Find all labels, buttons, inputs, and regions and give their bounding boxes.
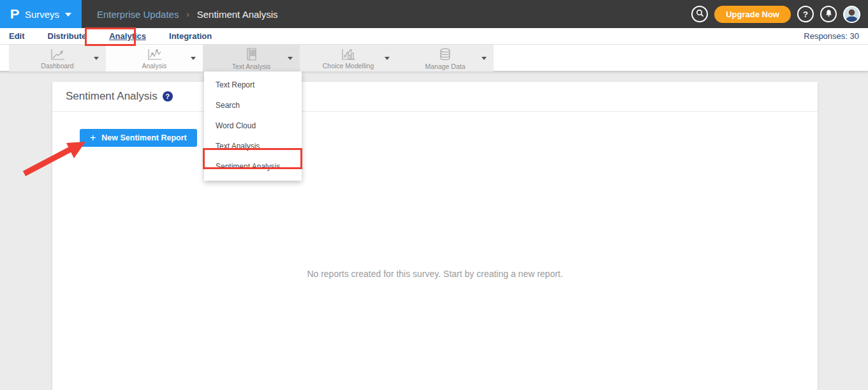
tab-label: Choice Modelling <box>323 62 374 70</box>
tab-choice-modelling[interactable]: Choice Modelling <box>300 45 397 71</box>
help-button[interactable]: ? <box>797 6 814 22</box>
sentiment-analysis-card: Sentiment Analysis ? + New Sentiment Rep… <box>52 82 818 390</box>
menu-item-text-report[interactable]: Text Report <box>204 75 302 95</box>
upgrade-now-button[interactable]: Upgrade Now <box>714 6 791 23</box>
chevron-down-icon <box>65 13 71 17</box>
help-icon[interactable]: ? <box>163 91 173 101</box>
chevron-down-icon <box>385 57 390 60</box>
questionpro-logo-icon: P <box>10 6 20 22</box>
bell-icon <box>825 9 833 19</box>
search-button[interactable] <box>691 6 708 22</box>
plus-icon: + <box>90 132 96 144</box>
top-header: P Surveys Enterprise Updates › Sentiment… <box>0 0 868 28</box>
chevron-down-icon <box>94 57 99 60</box>
survey-subnav: Edit Distribute Analytics Integration Re… <box>0 28 868 45</box>
trend-chart-icon <box>146 49 163 61</box>
analytics-toolbar: Dashboard Analysis Text Analysis Choice … <box>0 45 868 71</box>
search-icon <box>696 9 704 19</box>
menu-item-search[interactable]: Search <box>204 95 302 116</box>
responses-count: Responses: 30 <box>804 31 859 41</box>
subnav-item-edit[interactable]: Edit <box>9 31 25 41</box>
tab-dashboard[interactable]: Dashboard <box>9 45 106 71</box>
chevron-down-icon <box>191 57 196 60</box>
tab-manage-data[interactable]: Manage Data <box>397 45 494 71</box>
text-analysis-dropdown-menu: Text Report Search Word Cloud Text Analy… <box>204 71 302 181</box>
tab-text-analysis[interactable]: Text Analysis <box>203 45 300 71</box>
tab-analysis[interactable]: Analysis <box>106 45 203 71</box>
breadcrumb-page-title: Sentiment Analysis <box>197 9 278 20</box>
menu-item-sentiment-analysis[interactable]: Sentiment Analysis <box>204 156 302 177</box>
tab-label: Dashboard <box>41 62 73 70</box>
menu-item-word-cloud[interactable]: Word Cloud <box>204 116 302 136</box>
line-chart-icon <box>49 49 66 61</box>
surveys-app-switcher[interactable]: P Surveys <box>0 0 82 28</box>
empty-state-message: No reports created for this survey. Star… <box>52 269 818 279</box>
card-header: Sentiment Analysis ? <box>52 82 818 112</box>
chevron-down-icon <box>288 57 293 60</box>
scatter-bars-icon <box>340 49 357 61</box>
database-icon <box>438 48 452 61</box>
user-avatar[interactable] <box>843 6 860 23</box>
menu-item-text-analysis[interactable]: Text Analysis <box>204 136 302 156</box>
notifications-button[interactable] <box>820 6 837 22</box>
user-photo-icon <box>844 7 859 22</box>
breadcrumb-separator-icon: › <box>186 10 189 19</box>
breadcrumb: Enterprise Updates › Sentiment Analysis <box>97 9 277 20</box>
product-name: Surveys <box>25 9 59 20</box>
page-content: Sentiment Analysis ? + New Sentiment Rep… <box>0 71 868 390</box>
header-actions: Upgrade Now ? <box>691 0 860 28</box>
new-report-button-label: New Sentiment Report <box>101 133 186 142</box>
tab-label: Manage Data <box>425 63 465 70</box>
subnav-item-integration[interactable]: Integration <box>169 31 212 41</box>
page-title: Sentiment Analysis <box>66 90 158 103</box>
chevron-down-icon <box>482 57 487 60</box>
ledger-book-icon <box>245 48 258 61</box>
breadcrumb-survey-name[interactable]: Enterprise Updates <box>97 9 179 20</box>
tab-label: Text Analysis <box>232 63 271 70</box>
tab-label: Analysis <box>142 62 166 70</box>
question-mark-icon: ? <box>803 10 808 19</box>
subnav-item-analytics[interactable]: Analytics <box>109 31 146 41</box>
subnav-item-distribute[interactable]: Distribute <box>48 31 87 41</box>
new-sentiment-report-button[interactable]: + New Sentiment Report <box>80 129 197 147</box>
